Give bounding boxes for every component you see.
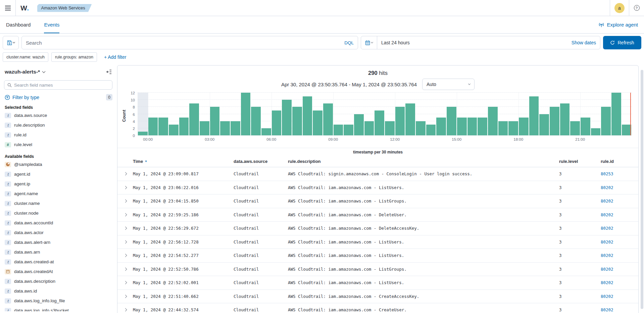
expand-row-button[interactable]: [117, 281, 133, 284]
expand-row-button[interactable]: [117, 173, 133, 175]
cell-rule-id-link[interactable]: 80253: [601, 171, 638, 176]
wazuh-logo[interactable]: W.: [16, 4, 34, 12]
query-language-button[interactable]: DQL: [341, 40, 354, 45]
histogram-bar[interactable]: [405, 103, 415, 135]
histogram-bar[interactable]: [539, 114, 549, 136]
cell-rule-id-link[interactable]: 80202: [601, 253, 638, 258]
histogram-bar[interactable]: [447, 107, 456, 135]
expand-row-button[interactable]: [117, 200, 133, 202]
histogram-bar[interactable]: [189, 103, 199, 135]
vertical-scrollbar[interactable]: [641, 70, 643, 309]
histogram-bar[interactable]: [529, 96, 539, 135]
histogram-bar[interactable]: [231, 121, 240, 135]
histogram-bar[interactable]: [591, 128, 601, 135]
histogram-bar[interactable]: [210, 107, 220, 135]
explore-agent-link[interactable]: Explore agent: [598, 16, 638, 33]
field-item-agent.name[interactable]: tagent.name: [3, 189, 114, 198]
field-item-data.aws.arn[interactable]: tdata.aws.arn: [3, 247, 114, 257]
search-input[interactable]: Search DQL: [21, 36, 358, 49]
histogram-bar[interactable]: [457, 118, 467, 135]
menu-icon[interactable]: [0, 0, 15, 16]
histogram-bar[interactable]: [200, 121, 209, 135]
histogram-bar[interactable]: [344, 125, 353, 135]
field-item-rule.description[interactable]: trule.description: [3, 120, 114, 130]
cell-rule-id-link[interactable]: 80202: [601, 212, 638, 217]
histogram-bar[interactable]: [292, 107, 302, 135]
cell-rule-id-link[interactable]: 80202: [601, 185, 638, 190]
histogram-bar[interactable]: [375, 110, 384, 135]
show-dates-link[interactable]: Show dates: [572, 40, 600, 45]
histogram-bar[interactable]: [570, 121, 580, 135]
expand-row-button[interactable]: [117, 254, 133, 257]
cell-rule-id-link[interactable]: 80202: [601, 280, 638, 285]
column-header-id[interactable]: rule.id: [601, 159, 638, 164]
histogram-bar[interactable]: [426, 125, 436, 135]
histogram-bar[interactable]: [261, 128, 271, 135]
filter-by-type[interactable]: Filter by type 0: [5, 94, 112, 100]
avatar[interactable]: a: [614, 3, 625, 13]
histogram-bar[interactable]: [179, 118, 189, 135]
collapse-sidebar-icon[interactable]: [106, 70, 112, 74]
histogram-bar[interactable]: [354, 114, 364, 136]
histogram-bar[interactable]: [158, 118, 168, 135]
cell-rule-id-link[interactable]: 80202: [601, 198, 638, 204]
histogram-bar[interactable]: [220, 121, 230, 135]
histogram-bar[interactable]: [364, 121, 374, 135]
column-header-source[interactable]: data.aws.source: [234, 159, 288, 164]
field-item-agent.id[interactable]: tagent.id: [3, 169, 114, 179]
cell-rule-id-link[interactable]: 80202: [601, 226, 638, 231]
histogram-bar[interactable]: [611, 93, 621, 135]
filter-pill-cluster-name[interactable]: cluster.name: wazuh: [3, 52, 48, 62]
histogram-bar[interactable]: [303, 96, 312, 135]
field-item-data.aws.accountId[interactable]: tdata.aws.accountId: [3, 218, 114, 228]
field-item-rule.level[interactable]: #rule.level: [3, 140, 114, 149]
cell-rule-id-link[interactable]: 80202: [601, 307, 638, 312]
column-header-description[interactable]: rule.description: [288, 159, 559, 164]
histogram-bar[interactable]: [313, 110, 323, 135]
field-item-cluster.name[interactable]: tcluster.name: [3, 198, 114, 208]
help-icon[interactable]: ?: [634, 5, 640, 11]
expand-row-button[interactable]: [117, 268, 133, 270]
field-item-data.aws.source[interactable]: tdata.aws.source: [3, 110, 114, 120]
histogram-bar[interactable]: [478, 118, 487, 135]
field-item-agent.ip[interactable]: tagent.ip: [3, 179, 114, 189]
histogram-bar[interactable]: [241, 93, 251, 135]
breadcrumb[interactable]: Amazon Web Services: [37, 4, 92, 12]
column-header-time[interactable]: Time▼: [133, 159, 234, 164]
filter-pill-rule-groups[interactable]: rule.groups: amazon: [51, 52, 97, 62]
histogram-bar[interactable]: [550, 107, 559, 135]
histogram-bar[interactable]: [436, 118, 446, 135]
field-item-@sampledata[interactable]: @sampledata: [3, 160, 114, 169]
histogram-bar[interactable]: [601, 107, 611, 135]
expand-row-button[interactable]: [117, 186, 133, 189]
field-item-data.aws.createdAt[interactable]: data.aws.createdAt: [3, 267, 114, 276]
histogram-bar[interactable]: [148, 118, 158, 135]
histogram-bar[interactable]: [467, 118, 477, 135]
time-range-value[interactable]: Last 24 hours: [377, 40, 572, 45]
index-pattern-selector[interactable]: wazuh-alerts-*: [5, 69, 40, 75]
column-header-level[interactable]: rule.level: [559, 159, 601, 164]
calendar-menu-button[interactable]: [361, 36, 377, 49]
histogram-bar[interactable]: [581, 118, 590, 135]
histogram-bar[interactable]: [334, 125, 343, 135]
histogram-bar[interactable]: [272, 110, 282, 135]
cell-rule-id-link[interactable]: 80202: [601, 239, 638, 244]
field-item-data.aws.log_info.s3bucket[interactable]: tdata.aws.log_info.s3bucket: [3, 306, 114, 311]
histogram-bar[interactable]: [498, 121, 508, 135]
tab-dashboard[interactable]: Dashboard: [6, 16, 31, 33]
cell-rule-id-link[interactable]: 80202: [601, 294, 638, 299]
expand-row-button[interactable]: [117, 241, 133, 243]
histogram-bar[interactable]: [395, 107, 405, 135]
field-item-rule.id[interactable]: trule.id: [3, 130, 114, 140]
histogram-bar[interactable]: [385, 121, 395, 135]
field-item-data.aws.actor[interactable]: tdata.aws.actor: [3, 228, 114, 237]
histogram-bar[interactable]: [519, 118, 529, 135]
histogram-bar[interactable]: [138, 132, 148, 135]
expand-row-button[interactable]: [117, 227, 133, 229]
interval-select[interactable]: Auto: [422, 79, 475, 90]
histogram-bar[interactable]: [416, 121, 426, 135]
field-item-data.aws.created-at[interactable]: tdata.aws.created-at: [3, 257, 114, 267]
histogram-bar[interactable]: [251, 107, 261, 135]
expand-row-button[interactable]: [117, 295, 133, 298]
expand-row-button[interactable]: [117, 214, 133, 216]
